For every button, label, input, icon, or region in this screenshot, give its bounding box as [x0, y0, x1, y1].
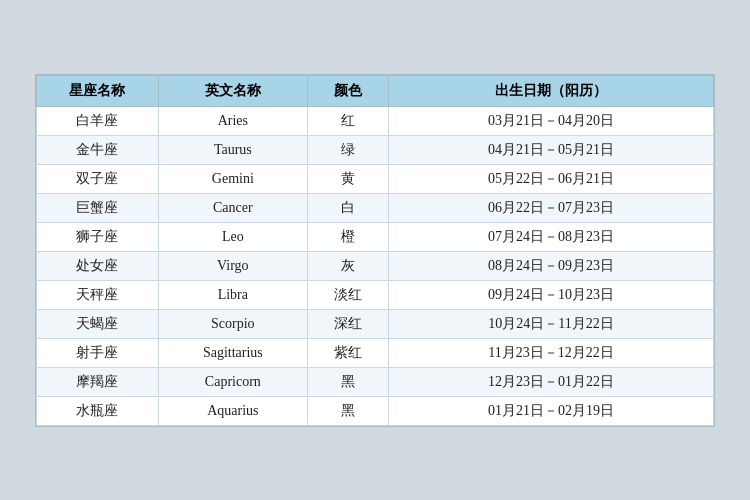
- table-row: 水瓶座Aquarius黑01月21日－02月19日: [37, 396, 714, 425]
- cell-en: Aquarius: [158, 396, 307, 425]
- cell-color: 紫红: [307, 338, 388, 367]
- cell-cn: 双子座: [37, 164, 159, 193]
- cell-color: 淡红: [307, 280, 388, 309]
- table-row: 狮子座Leo橙07月24日－08月23日: [37, 222, 714, 251]
- cell-cn: 白羊座: [37, 106, 159, 135]
- cell-en: Cancer: [158, 193, 307, 222]
- cell-color: 黑: [307, 367, 388, 396]
- table-row: 射手座Sagittarius紫红11月23日－12月22日: [37, 338, 714, 367]
- cell-cn: 金牛座: [37, 135, 159, 164]
- cell-date: 01月21日－02月19日: [389, 396, 714, 425]
- table-row: 天秤座Libra淡红09月24日－10月23日: [37, 280, 714, 309]
- table-row: 巨蟹座Cancer白06月22日－07月23日: [37, 193, 714, 222]
- cell-color: 红: [307, 106, 388, 135]
- cell-date: 10月24日－11月22日: [389, 309, 714, 338]
- table-row: 处女座Virgo灰08月24日－09月23日: [37, 251, 714, 280]
- cell-date: 08月24日－09月23日: [389, 251, 714, 280]
- header-en: 英文名称: [158, 75, 307, 106]
- cell-cn: 射手座: [37, 338, 159, 367]
- cell-color: 黑: [307, 396, 388, 425]
- table-header-row: 星座名称 英文名称 颜色 出生日期（阳历）: [37, 75, 714, 106]
- cell-date: 12月23日－01月22日: [389, 367, 714, 396]
- cell-en: Aries: [158, 106, 307, 135]
- cell-en: Capricorn: [158, 367, 307, 396]
- header-date: 出生日期（阳历）: [389, 75, 714, 106]
- cell-en: Virgo: [158, 251, 307, 280]
- cell-en: Scorpio: [158, 309, 307, 338]
- table-row: 摩羯座Capricorn黑12月23日－01月22日: [37, 367, 714, 396]
- cell-date: 07月24日－08月23日: [389, 222, 714, 251]
- cell-color: 深红: [307, 309, 388, 338]
- cell-date: 06月22日－07月23日: [389, 193, 714, 222]
- cell-date: 11月23日－12月22日: [389, 338, 714, 367]
- cell-cn: 水瓶座: [37, 396, 159, 425]
- cell-en: Taurus: [158, 135, 307, 164]
- table-body: 白羊座Aries红03月21日－04月20日金牛座Taurus绿04月21日－0…: [37, 106, 714, 425]
- table-row: 双子座Gemini黄05月22日－06月21日: [37, 164, 714, 193]
- cell-cn: 天秤座: [37, 280, 159, 309]
- cell-color: 灰: [307, 251, 388, 280]
- cell-color: 绿: [307, 135, 388, 164]
- cell-en: Leo: [158, 222, 307, 251]
- cell-cn: 天蝎座: [37, 309, 159, 338]
- cell-cn: 摩羯座: [37, 367, 159, 396]
- cell-color: 白: [307, 193, 388, 222]
- header-cn: 星座名称: [37, 75, 159, 106]
- cell-date: 05月22日－06月21日: [389, 164, 714, 193]
- cell-date: 09月24日－10月23日: [389, 280, 714, 309]
- zodiac-table: 星座名称 英文名称 颜色 出生日期（阳历） 白羊座Aries红03月21日－04…: [36, 75, 714, 426]
- table-row: 白羊座Aries红03月21日－04月20日: [37, 106, 714, 135]
- cell-date: 03月21日－04月20日: [389, 106, 714, 135]
- cell-cn: 处女座: [37, 251, 159, 280]
- cell-en: Gemini: [158, 164, 307, 193]
- cell-en: Libra: [158, 280, 307, 309]
- cell-cn: 巨蟹座: [37, 193, 159, 222]
- cell-cn: 狮子座: [37, 222, 159, 251]
- table-row: 天蝎座Scorpio深红10月24日－11月22日: [37, 309, 714, 338]
- cell-en: Sagittarius: [158, 338, 307, 367]
- cell-date: 04月21日－05月21日: [389, 135, 714, 164]
- table-row: 金牛座Taurus绿04月21日－05月21日: [37, 135, 714, 164]
- header-color: 颜色: [307, 75, 388, 106]
- cell-color: 黄: [307, 164, 388, 193]
- cell-color: 橙: [307, 222, 388, 251]
- zodiac-table-container: 星座名称 英文名称 颜色 出生日期（阳历） 白羊座Aries红03月21日－04…: [35, 74, 715, 427]
